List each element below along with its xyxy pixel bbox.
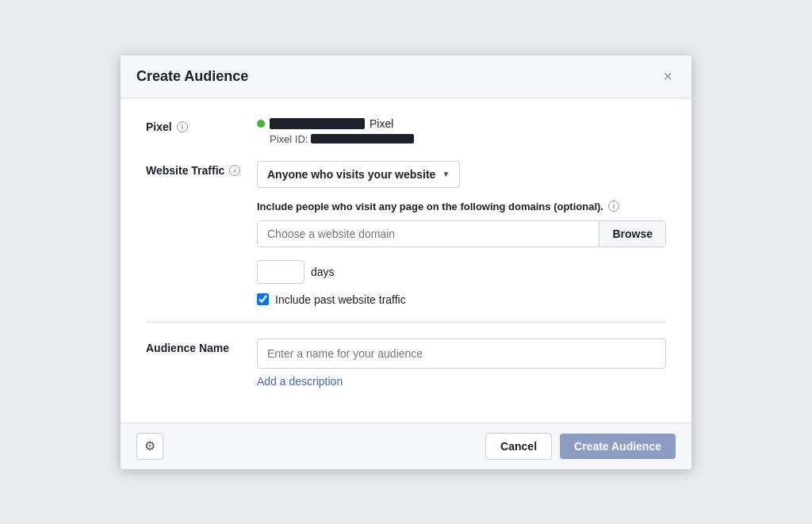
- domain-section: Include people who visit any page on the…: [257, 201, 666, 247]
- website-traffic-info-icon: i: [229, 165, 240, 176]
- website-traffic-dropdown[interactable]: Anyone who visits your website ▼: [257, 161, 460, 188]
- create-audience-button[interactable]: Create Audience: [560, 434, 676, 459]
- domain-info-icon: i: [608, 201, 619, 212]
- create-audience-dialog: Create Audience × Pixel i Pixel Pixel ID…: [121, 55, 691, 469]
- in-the-last-section: 30 days Include past website traffic: [257, 260, 666, 306]
- footer-left: ⚙: [136, 433, 163, 460]
- dialog-header: Create Audience ×: [121, 55, 691, 98]
- pixel-id-redacted: [311, 134, 414, 143]
- audience-name-content: Add a description: [257, 338, 666, 388]
- checkbox-row: Include past website traffic: [257, 293, 666, 306]
- section-divider: [146, 322, 666, 323]
- dropdown-arrow-icon: ▼: [442, 170, 450, 178]
- pixel-id-row: Pixel ID:: [257, 133, 666, 145]
- cancel-button[interactable]: Cancel: [485, 433, 552, 460]
- pixel-label: Pixel i: [146, 117, 257, 133]
- dialog-body: Pixel i Pixel Pixel ID: Website Traffic …: [121, 98, 691, 423]
- dialog-footer: ⚙ Cancel Create Audience: [121, 423, 691, 469]
- audience-name-input[interactable]: [257, 338, 666, 369]
- include-past-traffic-checkbox[interactable]: [257, 293, 269, 305]
- add-description-link[interactable]: Add a description: [257, 375, 343, 388]
- pixel-status-dot: [257, 120, 265, 128]
- pixel-name-redacted: [270, 118, 365, 129]
- pixel-name-suffix: Pixel: [370, 117, 393, 130]
- pixel-name-row: Pixel: [257, 117, 666, 130]
- pixel-row: Pixel i Pixel Pixel ID:: [146, 117, 666, 145]
- close-button[interactable]: ×: [660, 68, 676, 84]
- website-traffic-row: Website Traffic i Anyone who visits your…: [146, 161, 666, 306]
- audience-name-label: Audience Name: [146, 338, 257, 354]
- gear-icon: ⚙: [144, 438, 155, 453]
- browse-button[interactable]: Browse: [599, 221, 665, 247]
- pixel-info-icon: i: [177, 121, 188, 132]
- audience-name-row: Audience Name Add a description: [146, 338, 666, 388]
- pixel-info: Pixel Pixel ID:: [257, 117, 666, 145]
- footer-right: Cancel Create Audience: [485, 433, 676, 460]
- website-traffic-content: Anyone who visits your website ▼ Include…: [257, 161, 666, 306]
- domain-section-label: Include people who visit any page on the…: [257, 201, 666, 212]
- traffic-dropdown-value: Anyone who visits your website: [267, 168, 435, 181]
- settings-button[interactable]: ⚙: [136, 433, 163, 460]
- dialog-title: Create Audience: [136, 68, 248, 85]
- days-label: days: [311, 266, 335, 278]
- pixel-id-label: Pixel ID:: [270, 133, 308, 145]
- domain-input[interactable]: [258, 221, 599, 247]
- in-the-last-row: 30 days: [257, 260, 666, 284]
- days-input[interactable]: 30: [257, 260, 304, 284]
- include-past-traffic-label: Include past website traffic: [275, 293, 406, 306]
- domain-input-row: Browse: [257, 220, 666, 247]
- website-traffic-label: Website Traffic i: [146, 161, 257, 177]
